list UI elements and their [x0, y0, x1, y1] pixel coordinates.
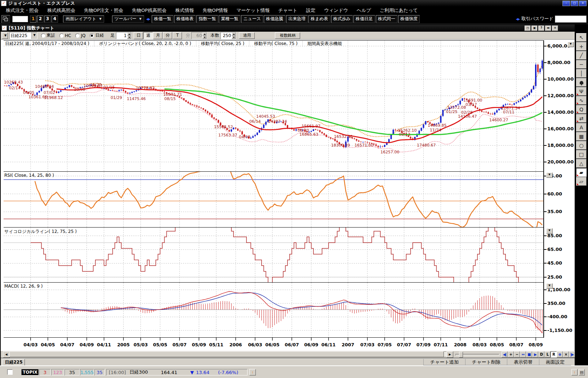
scrollbar-thumb[interactable]	[9, 351, 444, 357]
password-collapse-icon[interactable]: ◀▶	[516, 17, 519, 21]
nav-fit-width-button[interactable]: ↔	[520, 351, 526, 357]
menu-item-5[interactable]: 先物OP情報	[198, 7, 232, 14]
menu-item-7[interactable]: チャート	[274, 7, 302, 14]
apply-button[interactable]: 適用	[239, 32, 255, 39]
action-button-3[interactable]: 画面設定	[539, 359, 571, 365]
tab-nikkei225[interactable]: 日経225	[3, 359, 25, 366]
interval-stepper[interactable]	[116, 32, 132, 39]
symbol-combobox[interactable]: 日経225 ▼	[9, 32, 37, 39]
zoom-slider-handle[interactable]	[459, 352, 463, 357]
tool-fibonacci-fan-icon[interactable]: Ψ	[576, 87, 587, 96]
tool-quote-list-icon[interactable]: Q	[576, 105, 587, 114]
menu-item-0[interactable]: 株式注文・照会	[1, 7, 43, 14]
chart-window-float-button[interactable]: ◳	[525, 26, 531, 31]
nav-play-button[interactable]: ▶	[532, 351, 538, 357]
tool-cycle-lines-icon[interactable]: ⇄	[576, 114, 587, 123]
menu-item-4[interactable]: 株式情報	[171, 7, 198, 14]
pane-scroll-button[interactable]: ▼	[567, 42, 574, 47]
tool-crosshair-icon[interactable]: +	[576, 42, 587, 51]
chart-window-close-button[interactable]: ×	[552, 26, 558, 31]
nav-clear-button[interactable]: ×	[563, 351, 569, 357]
tool-grid-icon[interactable]: ▦	[576, 132, 587, 141]
quick-button-1[interactable]: 株価格表	[174, 15, 196, 23]
quick-button-3[interactable]: 業種一覧	[219, 15, 240, 23]
menu-item-10[interactable]: ヘルプ	[352, 7, 375, 14]
workspace-button-1[interactable]: 1	[30, 15, 36, 23]
tool-eraser-icon[interactable]: ▰	[576, 168, 587, 177]
index-selector[interactable]: TOPIX	[21, 369, 39, 375]
trade-password-input[interactable]	[555, 15, 587, 23]
menu-item-3[interactable]: 先物OP残高照会	[128, 7, 171, 14]
chart-window-help-button[interactable]: ?	[538, 26, 544, 31]
bar-count-stepper[interactable]	[220, 32, 236, 39]
market-radio-0[interactable]: 東証	[41, 32, 55, 39]
interval-input[interactable]	[116, 32, 127, 39]
period-button-4[interactable]: T	[173, 32, 182, 39]
status-checkbox[interactable]	[7, 369, 13, 375]
period-button-0[interactable]: 日	[134, 32, 143, 39]
quick-button-5[interactable]: 株価急騰	[264, 15, 285, 23]
close-button[interactable]: ×	[579, 1, 587, 6]
quick-button-4[interactable]: ニュース	[241, 15, 263, 23]
period-button-1[interactable]: 週	[143, 32, 153, 39]
nav-mode-l-button[interactable]: L	[544, 351, 551, 357]
action-button-1[interactable]: チャート削除	[465, 359, 507, 365]
tool-cursor-icon[interactable]: ↖	[576, 33, 587, 42]
multi-symbol-button[interactable]: 複数銘柄	[275, 32, 300, 39]
quick-button-10[interactable]: 株式同一	[376, 15, 397, 23]
tool-ellipse-icon[interactable]: ○	[576, 141, 587, 150]
period-button-3[interactable]: 分	[163, 32, 172, 39]
tool-vertical-line-icon[interactable]: │	[576, 69, 587, 78]
menu-item-2[interactable]: 先物OP注文・照会	[80, 7, 128, 14]
rsi-panel[interactable]	[4, 172, 543, 228]
quick-button-7[interactable]: 株まめ表	[308, 15, 330, 23]
tool-text-icon[interactable]: A	[576, 123, 587, 132]
psychological-panel[interactable]	[4, 228, 543, 283]
pane-scroll-button[interactable]: ▼	[546, 228, 553, 234]
macd-panel[interactable]	[4, 283, 543, 338]
action-button-2[interactable]: 表示切替	[507, 359, 539, 365]
statusbar-list-button[interactable]: ▤	[579, 369, 585, 375]
quick-button-11[interactable]: 株価強度	[398, 15, 420, 23]
quick-button-2[interactable]: 指数一覧	[196, 15, 218, 23]
nav-mode-r-button[interactable]: R	[551, 351, 557, 357]
pane-scroll-button[interactable]: ▼	[546, 283, 553, 289]
maximize-button[interactable]: □	[571, 1, 578, 6]
stepper-arrows-icon[interactable]	[232, 32, 236, 39]
tool-horizontal-line-icon[interactable]: ─	[576, 60, 587, 69]
symbol-code-input[interactable]	[12, 16, 28, 22]
tool-alert-icon[interactable]	[576, 78, 587, 87]
workspace-button-3[interactable]: 3	[44, 15, 51, 23]
workspace-button-4[interactable]: 4	[52, 15, 58, 23]
nav-jump-start-button[interactable]: ◀|	[502, 351, 508, 357]
toolbar-collapse-icon[interactable]: ◀▶	[146, 17, 150, 21]
menu-item-11[interactable]: ご利用にあたって	[375, 7, 422, 14]
bar-count-input[interactable]	[221, 32, 232, 39]
nav-zoom-in-bars-button[interactable]: +	[508, 351, 514, 357]
price-panel[interactable]	[4, 40, 543, 172]
menu-item-6[interactable]: マーケット情報	[232, 7, 274, 14]
workspace-button-2[interactable]: 2	[37, 15, 44, 23]
nav-mode-d-button[interactable]: D	[538, 351, 544, 357]
quick-button-0[interactable]: 株価一覧	[152, 15, 173, 23]
scroll-right-button[interactable]: ▶	[446, 351, 453, 358]
nav-zoom-out-bars-button[interactable]: −	[514, 351, 520, 357]
chart-window-minimize-button[interactable]: ▬	[545, 26, 551, 31]
tool-triangle-icon[interactable]: △	[576, 159, 587, 168]
tool-erase-all-icon[interactable]: ▱	[576, 177, 587, 186]
tool-trend-line-icon[interactable]: ╱	[576, 51, 587, 60]
action-button-0[interactable]: チャート追加	[423, 359, 465, 365]
pane-scroll-button[interactable]: ▼	[546, 172, 553, 178]
toolbar-menu-button[interactable]: ツールバー▼	[112, 15, 144, 23]
quick-button-6[interactable]: 出来急増	[286, 15, 308, 23]
market-radio-3[interactable]: 日経	[90, 32, 104, 39]
chart-window-duplicate-button[interactable]: ▣	[531, 26, 538, 31]
ticker-up-button[interactable]: ↑	[249, 369, 256, 375]
menu-item-1[interactable]: 株式残高照会	[43, 7, 80, 14]
screen-layout-button[interactable]: 画面レイアウト▼	[63, 15, 104, 23]
nav-jump-end-button[interactable]: |▶	[569, 351, 575, 357]
statusbar-up-button[interactable]: ↑	[571, 369, 578, 375]
market-radio-2[interactable]: JQ	[75, 33, 85, 38]
market-radio-1[interactable]: HC	[59, 33, 71, 38]
cascade-windows-icon[interactable]	[1, 15, 10, 23]
